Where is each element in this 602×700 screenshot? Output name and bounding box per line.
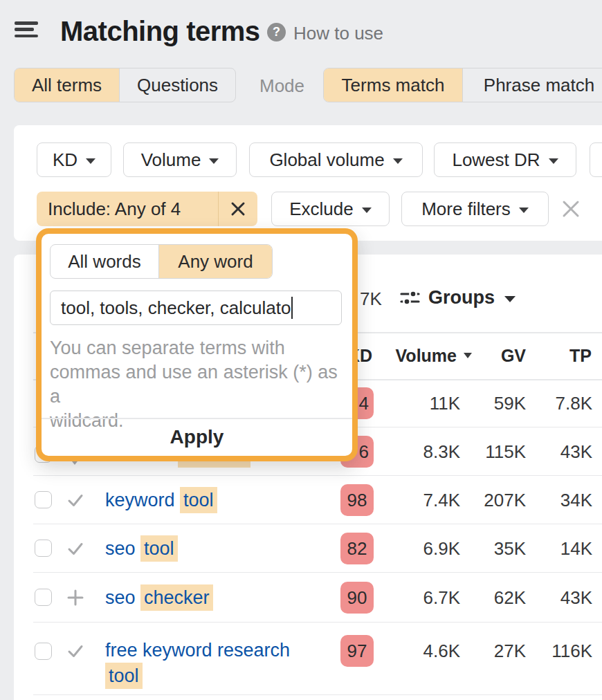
popup-help-line: commas and use an asterisk (*) as a (50, 360, 347, 409)
filters-panel: KD Volume Global volume Lowest DR Includ… (14, 125, 602, 241)
chevron-down-icon (362, 208, 372, 213)
table-row: keyword tool 98 7.4K 207K 34K (14, 476, 602, 524)
chevron-down-icon (519, 208, 529, 213)
keyword-link[interactable]: keyword tool (105, 488, 337, 513)
include-filter-pill[interactable]: Include: Any of 4 (37, 192, 257, 226)
include-terms-input[interactable]: tool, tools, checker, calculato (50, 291, 342, 325)
more-filters-button[interactable]: More filters (401, 192, 549, 226)
row-checkbox[interactable] (35, 540, 52, 557)
kd-badge: 82 (340, 533, 374, 564)
exclude-filter-button[interactable]: Exclude (271, 192, 390, 226)
tp-value: 43K (509, 587, 592, 608)
chevron-down-icon (549, 158, 558, 164)
report-type-tabs: All terms Questions (14, 68, 236, 102)
more-filters-label: More filters (421, 199, 511, 220)
keyword-highlight: tool (180, 487, 217, 513)
keyword-highlight: tool (140, 535, 178, 562)
include-filter-remove-button[interactable] (219, 201, 257, 217)
check-icon[interactable] (66, 491, 84, 509)
kd-badge: 98 (340, 484, 374, 516)
chevron-down-icon (209, 158, 219, 164)
keyword-text: free keyword research (105, 640, 290, 661)
kd-filter-button[interactable]: KD (37, 142, 111, 177)
tp-value: 14K (509, 538, 592, 559)
tab-any-word[interactable]: Any word (158, 245, 272, 278)
include-filter-popup: All words Any word tool, tools, checker,… (36, 228, 358, 461)
check-icon[interactable] (66, 642, 84, 660)
keyword-highlight: tool (105, 663, 143, 689)
cutoff-filter-button[interactable] (590, 142, 602, 177)
check-icon[interactable] (66, 540, 84, 558)
tab-phrase-match[interactable]: Phrase match (462, 68, 602, 102)
exclude-filter-label: Exclude (289, 199, 354, 220)
keyword-text: keyword (105, 490, 180, 510)
kd-badge: 90 (340, 582, 374, 614)
tab-terms-match[interactable]: Terms match (324, 68, 462, 102)
volume-filter-label: Volume (141, 149, 201, 171)
chevron-down-icon (393, 158, 403, 164)
keyword-link[interactable]: seo checker (105, 585, 337, 611)
close-icon (560, 199, 581, 219)
table-row: free keyword researchtool 97 4.6K 27K 11… (14, 623, 602, 695)
column-header-tp[interactable]: TP (495, 332, 592, 379)
clear-filters-button[interactable] (560, 199, 581, 219)
groups-dropdown[interactable]: Groups (399, 287, 516, 308)
plus-icon[interactable] (66, 589, 84, 607)
chevron-down-icon (86, 158, 95, 164)
lowest-dr-filter-label: Lowest DR (452, 149, 540, 171)
kd-badge: 97 (340, 635, 374, 667)
tab-all-terms[interactable]: All terms (15, 68, 119, 102)
volume-filter-button[interactable]: Volume (123, 142, 237, 177)
how-to-use-link[interactable]: How to use (293, 23, 383, 44)
include-filter-label: Include: Any of 4 (37, 199, 218, 220)
keyword-count-partial: 7K (360, 288, 382, 310)
tab-questions[interactable]: Questions (119, 68, 235, 102)
tp-value: 7.8K (509, 393, 592, 414)
sliders-icon (399, 287, 421, 308)
kd-filter-label: KD (53, 149, 77, 171)
keyword-text: seo (105, 587, 140, 608)
table-row: seo tool 82 6.9K 35K 14K (14, 524, 602, 573)
table-row: seo checker 90 6.7K 62K 43K (14, 573, 602, 623)
keyword-link[interactable]: free keyword researchtool (105, 638, 337, 689)
tp-value: 34K (509, 490, 592, 510)
mode-label: Mode (259, 75, 304, 97)
groups-label: Groups (428, 287, 495, 308)
lowest-dr-filter-button[interactable]: Lowest DR (434, 142, 576, 177)
tp-value: 116K (509, 641, 592, 661)
row-checkbox[interactable] (35, 589, 52, 606)
keyword-highlight: checker (140, 584, 213, 611)
word-match-tabs: All words Any word (50, 244, 273, 279)
popup-help-line: You can separate terms with (50, 336, 347, 360)
menu-icon[interactable] (15, 21, 38, 37)
mode-tabs: Terms match Phrase match (323, 68, 602, 102)
row-checkbox[interactable] (35, 491, 52, 508)
close-icon (230, 201, 246, 217)
row-checkbox[interactable] (35, 643, 52, 660)
tp-value: 43K (509, 441, 592, 462)
chevron-down-icon (504, 296, 516, 302)
help-question-icon[interactable]: ? (267, 23, 286, 42)
matching-terms-page: Matching terms ? How to use All terms Qu… (0, 0, 602, 700)
keyword-link[interactable]: seo tool (105, 536, 337, 562)
page-title: Matching terms (60, 16, 260, 47)
tab-all-words[interactable]: All words (51, 245, 158, 278)
include-terms-input-value: tool, tools, checker, calculato (61, 297, 291, 319)
apply-button[interactable]: Apply (42, 419, 352, 455)
keyword-text: seo (105, 538, 140, 559)
text-cursor (291, 297, 293, 319)
global-volume-filter-label: Global volume (269, 149, 384, 171)
global-volume-filter-button[interactable]: Global volume (249, 142, 423, 177)
